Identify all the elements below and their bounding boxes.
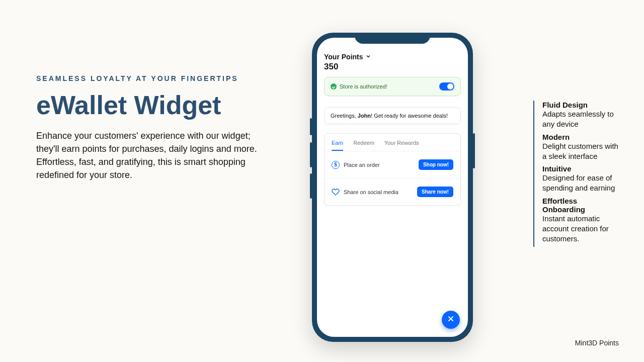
feature-title: Effortless Onboarding: [542, 197, 619, 214]
feature-desc: Adapts seamlessly to any device: [542, 109, 619, 130]
check-circle-icon: [331, 83, 337, 89]
points-dropdown[interactable]: Your Points: [324, 53, 461, 61]
greeting-card: Greetings, John! Get ready for awesome d…: [324, 107, 461, 124]
shop-now-button[interactable]: Shop now!: [419, 159, 453, 170]
share-now-button[interactable]: Share now!: [417, 187, 453, 197]
action-row-order: $ Place an order Shop now!: [325, 151, 460, 178]
tab-redeem[interactable]: Redeem: [353, 140, 374, 151]
action-row-share: Share on social media Share now!: [325, 178, 460, 205]
auth-status-card: Store is authorized!: [324, 77, 461, 96]
feature-desc: Instant automatic account creation for c…: [542, 214, 619, 244]
phone-screen: Your Points 350 Store is authorized! Gre…: [317, 38, 468, 337]
tab-rewards[interactable]: Your Rewards: [384, 140, 419, 151]
auth-toggle[interactable]: [439, 82, 454, 90]
chevron-down-icon: [365, 53, 371, 61]
feature-desc: Designed for ease of spending and earnin…: [542, 173, 619, 194]
phone-side-button: [310, 118, 312, 135]
brand-footer: Mint3D Points: [575, 339, 619, 347]
heart-icon: [332, 188, 340, 196]
phone-notch: [355, 33, 430, 44]
feature-title: Modern: [542, 133, 619, 141]
feature-title: Fluid Design: [542, 101, 619, 109]
tabs: Earn Redeem Your Rewards: [325, 134, 460, 151]
auth-status-text: Store is authorized!: [340, 83, 387, 89]
phone-side-button: [310, 142, 312, 167]
tab-earn[interactable]: Earn: [332, 140, 343, 151]
eyebrow-text: SEAMLESS LOYALTY AT YOUR FINGERTIPS: [36, 74, 273, 82]
feature-title: Intuitive: [542, 164, 619, 173]
close-fab[interactable]: [442, 311, 460, 329]
action-label: Place an order: [344, 162, 380, 168]
greeting-pre: Greetings,: [331, 113, 358, 119]
dollar-icon: $: [332, 161, 340, 169]
phone-side-button: [310, 173, 312, 199]
close-icon: [447, 315, 455, 325]
greeting-post: ! Get ready for awesome deals!: [371, 113, 448, 119]
action-label: Share on social media: [344, 189, 398, 195]
page-title: eWallet Widget: [36, 92, 273, 119]
points-value: 350: [324, 62, 461, 72]
feature-desc: Delight customers with a sleek interface: [542, 141, 619, 162]
phone-mockup: Your Points 350 Store is authorized! Gre…: [312, 33, 473, 342]
earn-card: Earn Redeem Your Rewards $ Place an orde…: [324, 133, 461, 206]
points-label: Your Points: [324, 53, 363, 61]
page-description: Enhance your customers' experience with …: [36, 129, 273, 182]
greeting-name: John: [358, 113, 371, 119]
phone-side-button: [473, 133, 475, 168]
feature-list: Fluid Design Adapts seamlessly to any de…: [533, 101, 619, 247]
